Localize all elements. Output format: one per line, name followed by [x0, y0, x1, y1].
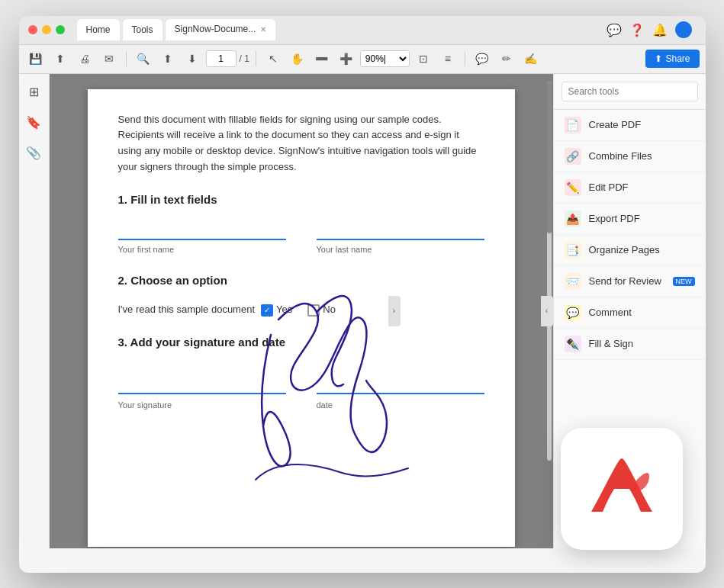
zoom-out-icon[interactable]: 🔍 — [133, 48, 154, 69]
share-icon: ⬆ — [655, 53, 662, 64]
tool-combine-files[interactable]: 🔗 Combine Files — [554, 141, 706, 172]
page-total: / 1 — [240, 53, 249, 64]
pdf-viewer[interactable]: ‹ Send this document with fillable field… — [50, 74, 553, 548]
left-sidebar: ⊞ 🔖 📎 — [19, 74, 50, 548]
fill-sign-icon: ✒️ — [565, 336, 581, 352]
avatar[interactable] — [675, 21, 692, 38]
comment-icon[interactable]: 💬 — [471, 48, 493, 69]
tool-organize-pages[interactable]: 📑 Organize Pages — [554, 235, 706, 266]
send-for-review-badge: NEW — [673, 277, 695, 286]
comment-icon: 💬 — [565, 304, 581, 321]
organize-pages-icon: 📑 — [565, 242, 581, 259]
signature-icon[interactable]: ✍ — [520, 48, 542, 69]
traffic-lights — [28, 25, 65, 34]
email-icon[interactable]: ✉ — [98, 48, 120, 69]
firstname-field: Your first name — [118, 221, 286, 257]
tool-export-pdf[interactable]: 📤 Export PDF — [554, 204, 706, 235]
hand-tool[interactable]: ✋ — [287, 48, 308, 69]
tools-list: 📄 Create PDF 🔗 Combine Files ✏️ Edit PDF… — [554, 110, 706, 360]
checkbox-yes-checked[interactable]: ✓ — [261, 304, 273, 316]
separator1 — [126, 51, 127, 66]
help-icon[interactable]: ❓ — [629, 23, 645, 37]
edit-pdf-icon: ✏️ — [565, 179, 581, 196]
fill-sign-label: Fill & Sign — [589, 338, 634, 349]
organize-pages-label: Organize Pages — [589, 244, 660, 255]
combine-files-label: Combine Files — [589, 150, 652, 162]
tab-close-icon[interactable]: ✕ — [260, 25, 266, 34]
chat-icon[interactable]: 💬 — [607, 23, 622, 37]
highlight-icon[interactable]: ✏ — [496, 48, 517, 69]
checkbox-yes-option[interactable]: ✓ Yes — [261, 302, 292, 318]
zoom-in-btn[interactable]: ➕ — [336, 48, 357, 69]
right-panel-search-container — [554, 74, 706, 110]
checkbox-no-option[interactable]: No — [307, 302, 336, 318]
send-for-review-label: Send for Review — [589, 275, 661, 287]
page-number-input[interactable] — [206, 50, 237, 67]
upload-icon[interactable]: ⬆ — [50, 48, 71, 69]
signature-line[interactable] — [118, 364, 286, 394]
tool-fill-sign[interactable]: ✒️ Fill & Sign — [554, 329, 706, 360]
tool-edit-pdf[interactable]: ✏️ Edit PDF — [554, 172, 706, 204]
tool-create-pdf[interactable]: 📄 Create PDF — [554, 110, 706, 141]
tool-comment[interactable]: 💬 Comment — [554, 297, 706, 329]
lastname-input[interactable] — [317, 221, 484, 240]
lastname-field: Your last name — [317, 221, 484, 257]
intro-paragraph: Send this document with fillable fields … — [118, 112, 484, 175]
lastname-label: Your last name — [317, 243, 484, 257]
pdf-scrollbar[interactable] — [547, 82, 552, 461]
section2-title: 2. Choose an option — [118, 272, 484, 290]
cursor-tool[interactable]: ↖ — [262, 48, 284, 69]
tab-home[interactable]: Home — [77, 19, 120, 40]
edit-pdf-label: Edit PDF — [589, 182, 629, 193]
tab-bar: Home Tools SignNow-Docume... ✕ — [77, 19, 600, 40]
no-label: No — [323, 302, 336, 318]
create-pdf-label: Create PDF — [589, 119, 642, 130]
signature-field: Your signature — [118, 364, 286, 413]
collapse-panel-arrow[interactable]: ‹ — [541, 296, 553, 326]
comment-label: Comment — [589, 307, 632, 318]
zoom-select[interactable]: 90%| 75% 100% 125% — [360, 50, 410, 67]
browser-window: Home Tools SignNow-Docume... ✕ 💬 ❓ 🔔 💾 ⬆… — [19, 16, 706, 573]
tab-signnow[interactable]: SignNow-Docume... ✕ — [166, 19, 276, 40]
sidebar-pages-icon[interactable]: ⊞ — [24, 83, 43, 101]
fit-page-icon[interactable]: ⊡ — [413, 48, 434, 69]
form-row-names: Your first name Your last name — [118, 221, 484, 257]
tab-tools[interactable]: Tools — [123, 19, 162, 40]
combine-files-icon: 🔗 — [565, 148, 581, 165]
firstname-input[interactable] — [118, 221, 286, 240]
export-pdf-icon: 📤 — [565, 210, 581, 227]
bell-icon[interactable]: 🔔 — [652, 23, 668, 37]
date-line[interactable] — [317, 364, 484, 394]
export-pdf-label: Export PDF — [589, 213, 640, 224]
date-field: date — [317, 364, 484, 413]
minimize-button[interactable] — [42, 25, 51, 34]
separator2 — [256, 51, 256, 66]
checkbox-question: I've read this sample document — [118, 302, 256, 318]
print-icon[interactable]: 🖨 — [74, 48, 95, 69]
firstname-label: Your first name — [118, 243, 286, 257]
close-button[interactable] — [28, 25, 37, 34]
scroll-icon[interactable]: ≡ — [437, 48, 459, 69]
acrobat-icon-overlay — [561, 428, 683, 550]
next-page-icon[interactable]: ⬇ — [182, 48, 203, 69]
adobe-acrobat-logo — [584, 451, 660, 527]
checkbox-row: I've read this sample document ✓ Yes No — [118, 302, 484, 318]
maximize-button[interactable] — [56, 25, 65, 34]
pdf-scrollbar-thumb[interactable] — [547, 82, 552, 233]
signature-row: Your signature date — [118, 364, 484, 413]
checkbox-no-unchecked[interactable] — [307, 304, 320, 316]
yes-label: Yes — [276, 302, 292, 318]
save-icon[interactable]: 💾 — [25, 48, 47, 69]
prev-page-icon[interactable]: ⬆ — [157, 48, 179, 69]
section1-title: 1. Fill in text fields — [118, 191, 484, 209]
sidebar-bookmarks-icon[interactable]: 🔖 — [24, 114, 43, 132]
sidebar-attachments-icon[interactable]: 📎 — [24, 144, 43, 162]
share-button[interactable]: ⬆ Share — [645, 50, 699, 68]
zoom-out-btn[interactable]: ➖ — [311, 48, 333, 69]
toolbar: 💾 ⬆ 🖨 ✉ 🔍 ⬆ ⬇ / 1 ↖ ✋ ➖ ➕ 90%| 75% 100% … — [19, 45, 706, 74]
tools-search-input[interactable] — [562, 82, 698, 101]
signature-label: Your signature — [118, 400, 172, 410]
expand-right-panel-arrow[interactable]: › — [388, 296, 401, 326]
create-pdf-icon: 📄 — [565, 117, 581, 133]
tool-send-for-review[interactable]: 📨 Send for Review NEW — [554, 266, 706, 297]
